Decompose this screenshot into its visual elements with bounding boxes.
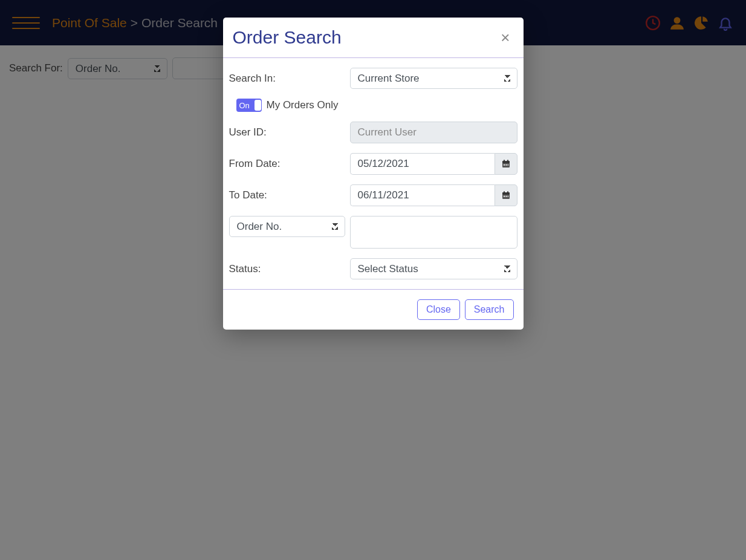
from-date-calendar-icon[interactable] (495, 153, 517, 175)
from-date-label: From Date: (229, 158, 350, 170)
status-label: Status: (229, 263, 350, 275)
svg-rect-10 (502, 192, 510, 194)
to-date-calendar-icon[interactable] (495, 184, 517, 206)
modal-body: Search In: Current Store On My Orders On… (223, 58, 524, 289)
my-orders-only-toggle[interactable]: On (236, 99, 262, 112)
close-icon[interactable]: × (497, 30, 513, 45)
toggle-knob (255, 100, 261, 111)
svg-rect-8 (507, 164, 508, 166)
user-id-field (350, 122, 517, 143)
toggle-on-label: On (237, 101, 252, 110)
search-in-label: Search In: (229, 73, 350, 85)
search-in-select[interactable]: Current Store (350, 68, 517, 89)
order-field-select[interactable]: Order No. (229, 216, 345, 237)
svg-rect-14 (505, 196, 507, 197)
modal-overlay: Order Search × Search In: Current Store … (0, 0, 746, 560)
close-button[interactable]: Close (417, 299, 460, 320)
search-button[interactable]: Search (465, 299, 514, 320)
to-date-label: To Date: (229, 189, 350, 201)
my-orders-only-label: My Orders Only (267, 99, 339, 111)
order-search-modal: Order Search × Search In: Current Store … (223, 18, 524, 330)
user-id-label: User ID: (229, 126, 350, 138)
from-date-input[interactable] (350, 153, 495, 175)
svg-rect-7 (505, 164, 507, 166)
svg-rect-5 (507, 160, 508, 161)
svg-rect-3 (502, 161, 510, 163)
svg-rect-4 (504, 160, 505, 161)
status-select[interactable]: Select Status (350, 258, 517, 279)
order-field-input[interactable] (350, 216, 517, 249)
modal-header: Order Search × (223, 18, 524, 58)
modal-footer: Close Search (223, 289, 524, 330)
svg-rect-13 (504, 196, 505, 197)
svg-rect-11 (504, 191, 505, 193)
svg-rect-12 (507, 191, 508, 193)
modal-title: Order Search (233, 27, 342, 48)
svg-rect-15 (507, 196, 508, 197)
to-date-input[interactable] (350, 184, 495, 206)
svg-rect-6 (504, 164, 505, 166)
